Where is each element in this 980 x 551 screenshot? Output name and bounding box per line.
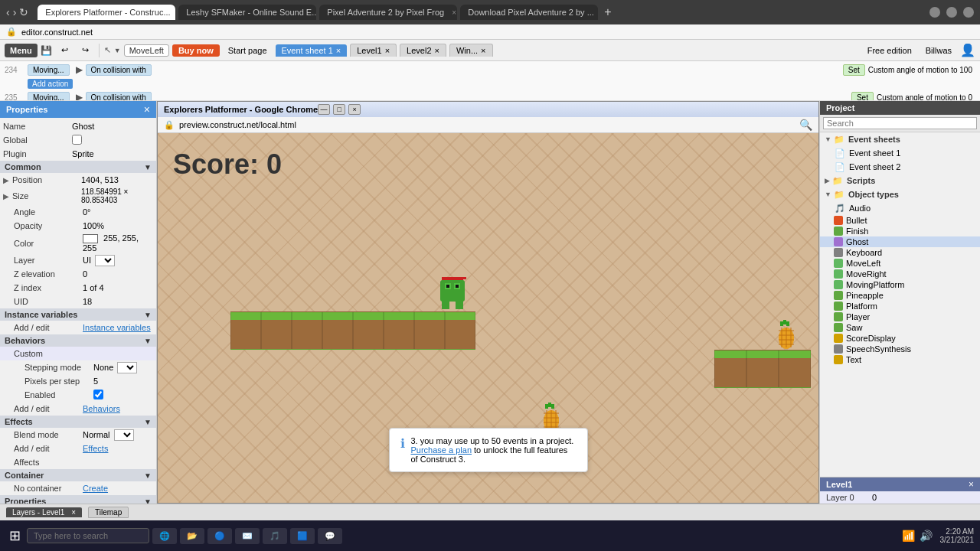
layer-dropdown[interactable]	[95, 255, 115, 266]
tab-3-close[interactable]: ×	[452, 8, 456, 17]
tree-scoredisplay[interactable]: ScoreDisplay	[820, 333, 980, 344]
action-set-1[interactable]: Set	[843, 64, 865, 76]
menu-button[interactable]: Menu	[5, 44, 38, 57]
behaviors-link[interactable]: Behaviors	[83, 404, 153, 413]
tree-event-sheet-1[interactable]: 📄 Event sheet 1	[820, 146, 980, 160]
color-swatch[interactable]	[83, 234, 98, 243]
new-tab-button[interactable]: +	[601, 5, 614, 19]
search-magnify-icon[interactable]: 🔍	[799, 119, 812, 131]
behaviors-section[interactable]: Behaviors ▼	[0, 334, 156, 347]
tree-event-sheet-2[interactable]: 📄 Event sheet 2	[820, 160, 980, 174]
account-icon[interactable]: 👤	[960, 43, 975, 57]
position-expand-icon[interactable]: ▶	[3, 176, 9, 184]
billwas-button[interactable]: Billwas	[920, 44, 957, 57]
taskbar-app-1[interactable]: 🌐	[152, 528, 177, 544]
tree-event-sheets-folder[interactable]: ▼ 📁 Event sheets	[820, 132, 980, 146]
event-sheet-1-tab[interactable]: Event sheet 1 ×	[276, 44, 348, 57]
tree-pineapple[interactable]: Pineapple	[820, 290, 980, 301]
event-sheet-1-close[interactable]: ×	[336, 46, 341, 55]
maximize-button[interactable]	[946, 7, 957, 18]
tree-keyboard[interactable]: Keyboard	[820, 247, 980, 258]
tree-platform[interactable]: Platform	[820, 301, 980, 311]
purchase-plan-link[interactable]: Purchase a plan	[411, 445, 472, 455]
condition-collision-1[interactable]: On collision with	[86, 64, 152, 76]
size-expand-icon[interactable]: ▶	[3, 192, 9, 201]
level2-tab[interactable]: Level2 ×	[400, 44, 446, 57]
taskbar-app-2[interactable]: 📂	[180, 528, 204, 544]
level1-tab[interactable]: Level1 ×	[350, 44, 397, 57]
tree-movingplatform[interactable]: MovingPlatform	[820, 279, 980, 290]
instance-vars-link[interactable]: Instance variables	[83, 323, 153, 332]
back-button[interactable]: ‹	[6, 6, 10, 18]
svg-rect-22	[551, 404, 554, 409]
tilemap-tab[interactable]: Tilemap	[88, 507, 129, 518]
dialog-maximize-button[interactable]: □	[333, 104, 345, 115]
redo-button[interactable]: ↪	[77, 43, 94, 57]
start-button[interactable]: ⊞	[6, 524, 24, 547]
instance-variables-section[interactable]: Instance variables ▼	[0, 308, 156, 321]
taskbar-app-4[interactable]: ✉️	[235, 528, 260, 544]
stepping-dropdown[interactable]	[117, 362, 137, 373]
project-search-input[interactable]	[823, 117, 977, 129]
blend-dropdown[interactable]	[114, 429, 134, 441]
condition-collision-2[interactable]: On collision with	[86, 92, 152, 102]
tree-ghost[interactable]: Ghost	[820, 236, 980, 247]
tab-3[interactable]: Pixel Adventure 2 by Pixel Frog ×	[319, 5, 457, 20]
tree-moveleft[interactable]: MoveLeft	[820, 258, 980, 269]
dialog-minimize-button[interactable]: —	[318, 104, 330, 115]
properties-close-button[interactable]: ×	[144, 103, 150, 116]
global-checkbox[interactable]	[72, 135, 82, 145]
minimize-button[interactable]	[929, 7, 940, 18]
tree-speechsynthesis[interactable]: SpeechSynthesis	[820, 344, 980, 354]
game-canvas[interactable]: Score: 0	[158, 133, 818, 503]
effects-section[interactable]: Effects ▼	[0, 416, 156, 428]
condition-moving-2[interactable]: Moving...	[28, 92, 70, 102]
win-tab-close[interactable]: ×	[481, 46, 485, 55]
tree-bullet[interactable]: Bullet	[820, 215, 980, 226]
level-panel-close[interactable]: ×	[969, 479, 974, 490]
taskbar-app-3[interactable]: 🔵	[207, 528, 232, 544]
level1-tab-close[interactable]: ×	[385, 46, 390, 55]
layers-tab[interactable]: Layers - Level1 ×	[6, 507, 82, 517]
refresh-button[interactable]: ↻	[19, 6, 28, 18]
start-page-button[interactable]: Start page	[223, 44, 273, 57]
buy-now-button[interactable]: Buy now	[172, 44, 220, 57]
effects-link[interactable]: Effects	[83, 444, 153, 453]
add-action-button[interactable]: Add action	[28, 79, 73, 89]
condition-moving-1[interactable]: Moving...	[28, 64, 70, 76]
tree-scripts-folder[interactable]: ▶ 📁 Scripts	[820, 174, 980, 187]
tree-saw[interactable]: Saw	[820, 322, 980, 333]
level2-tab-close[interactable]: ×	[435, 46, 439, 55]
enabled-checkbox[interactable]	[93, 390, 103, 399]
tab-4[interactable]: Download Pixel Adventure 2 by ... ×	[460, 5, 598, 20]
common-section-header[interactable]: Common ▼	[0, 161, 156, 173]
create-link[interactable]: Create	[83, 484, 153, 493]
dialog-close-button[interactable]: ×	[348, 104, 361, 115]
tree-player[interactable]: Player	[820, 311, 980, 322]
svg-rect-8	[456, 300, 463, 309]
taskbar-app-6[interactable]: 🟦	[290, 528, 315, 544]
taskbar-app-7[interactable]: 💬	[318, 528, 342, 544]
layers-close[interactable]: ×	[71, 508, 76, 517]
taskbar-app-5[interactable]: 🎵	[263, 528, 287, 544]
pointer-dropdown[interactable]: ▼	[114, 47, 121, 54]
action-set-2[interactable]: Set	[851, 92, 874, 102]
wifi-icon[interactable]: 📶	[902, 530, 915, 542]
undo-button[interactable]: ↩	[56, 43, 74, 57]
tab-1[interactable]: Explorers Platformer - Construc... ×	[38, 5, 175, 20]
container-section[interactable]: Container ▼	[0, 469, 156, 481]
taskbar-search-input[interactable]	[27, 528, 149, 543]
window-close-button[interactable]	[963, 7, 974, 18]
free-edition-button[interactable]: Free edition	[862, 44, 917, 57]
sprite-properties-section[interactable]: Properties ▼	[0, 495, 156, 504]
save-icon[interactable]: 💾	[41, 44, 53, 57]
tree-text[interactable]: Text	[820, 354, 980, 365]
tree-object-types-folder[interactable]: ▼ 📁 Object types	[820, 187, 980, 201]
volume-icon[interactable]: 🔊	[920, 530, 933, 542]
tree-audio[interactable]: 🎵 Audio	[820, 201, 980, 215]
win-tab[interactable]: Win... ×	[449, 44, 493, 57]
tree-moveright[interactable]: MoveRight	[820, 269, 980, 279]
forward-button[interactable]: ›	[13, 6, 17, 18]
tab-2[interactable]: Leshy SFMaker - Online Sound E... ×	[178, 5, 316, 20]
tree-finish[interactable]: Finish	[820, 226, 980, 236]
